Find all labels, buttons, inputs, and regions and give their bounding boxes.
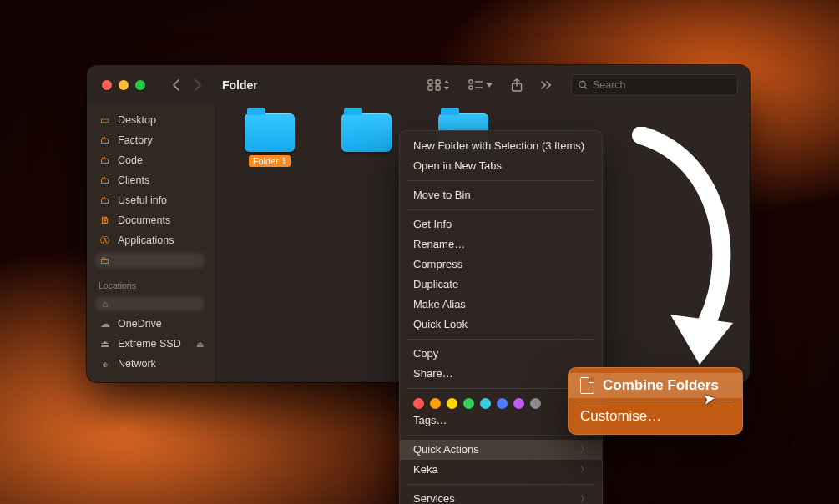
label: Keka [413,462,438,477]
sidebar-section-locations: Locations [94,280,209,294]
submenu-customise[interactable]: Customise… [569,404,742,429]
chevron-right-icon: 〉 [580,442,589,457]
toolbar-icons [427,78,551,92]
sidebar-location-onedrive[interactable]: ☁OneDrive [94,314,209,334]
desktop-icon: ▭ [99,114,111,126]
sidebar-item-desktop[interactable]: ▭Desktop [94,110,209,130]
sidebar-item-label: Desktop [118,114,156,126]
menu-rename[interactable]: Rename… [400,234,602,255]
svg-rect-0 [428,80,432,84]
svg-rect-1 [436,80,440,84]
svg-point-9 [579,81,585,87]
group-by-icon[interactable] [468,79,493,91]
sidebar-item-label: Factory [118,134,153,146]
nav-arrows [172,79,202,91]
menu-open-in-new-tabs[interactable]: Open in New Tabs [400,156,602,176]
maximize-button[interactable] [135,80,145,90]
cloud-icon: ☁ [99,318,111,330]
tag-orange[interactable] [430,398,441,409]
back-button[interactable] [172,79,179,91]
label: Customise… [580,408,661,425]
menu-make-alias[interactable]: Make Alias [400,295,602,315]
sidebar-item-documents[interactable]: 🗎Documents [94,210,209,230]
folder-icon: 🗀 [99,174,111,186]
tag-red[interactable] [413,398,424,409]
menu-keka[interactable]: Keka〉 [400,460,602,480]
search-icon [579,80,588,90]
drive-icon: ⏏ [99,338,111,350]
tag-blue[interactable] [497,398,508,409]
label: Combine Folders [603,377,719,394]
sidebar-item-label: Extreme SSD [118,338,181,350]
sidebar-item-label: Clients [118,174,149,186]
sidebar-item-applications[interactable]: ⒶApplications [94,230,209,250]
menu-copy[interactable]: Copy [400,344,602,364]
chevron-right-icon: 〉 [580,462,589,477]
window-title: Folder [222,78,258,92]
folder-item[interactable]: Folder 1 [243,113,296,167]
sidebar-item-label: hidden [118,255,149,266]
sidebar-item-factory[interactable]: 🗀Factory [94,130,209,150]
tag-gray[interactable] [530,398,541,409]
forward-button[interactable] [195,79,202,91]
document-icon: 🗎 [99,214,111,226]
menu-compress[interactable]: Compress [400,255,602,275]
tag-green[interactable] [463,398,474,409]
svg-rect-5 [469,86,473,89]
menu-separator [407,435,595,436]
tag-purple[interactable] [513,398,524,409]
close-button[interactable] [102,80,112,90]
search-input[interactable] [593,79,730,91]
laptop-icon: ⌂ [99,298,111,310]
traffic-lights [102,80,145,90]
folder-icon [341,113,392,152]
menu-quick-actions[interactable]: Quick Actions〉 [400,440,602,460]
sidebar-location-redacted[interactable]: ⌂hidden [94,294,209,314]
menu-separator [407,339,595,340]
menu-services[interactable]: Services〉 [400,489,602,504]
submenu-combine-folders[interactable]: Combine Folders [569,373,742,398]
menu-quick-look[interactable]: Quick Look [400,315,602,335]
context-menu: New Folder with Selection (3 Items) Open… [399,130,603,504]
folder-icon: 🗀 [99,194,111,206]
sidebar-item-label: hidden [118,298,149,310]
sidebar-item-code[interactable]: 🗀Code [94,150,209,170]
folder-icon: 🗀 [99,255,111,266]
folder-item[interactable] [340,113,393,167]
sidebar-item-clients[interactable]: 🗀Clients [94,170,209,190]
applications-icon: Ⓐ [99,234,111,247]
document-icon [580,377,594,394]
sidebar-item-label: Code [118,154,143,166]
chevron-right-icon: 〉 [580,491,589,504]
share-icon[interactable] [511,78,523,92]
minimize-button[interactable] [119,80,129,90]
folder-icon: 🗀 [99,134,111,146]
view-icon-grid[interactable] [427,79,450,91]
svg-line-10 [584,87,587,89]
menu-move-to-bin[interactable]: Move to Bin [400,185,602,205]
menu-get-info[interactable]: Get Info [400,214,602,234]
eject-icon[interactable]: ⏏ [196,340,204,349]
svg-rect-3 [436,86,440,90]
sidebar: ▭Desktop 🗀Factory 🗀Code 🗀Clients 🗀Useful… [87,105,216,382]
sidebar-item-label: Useful info [118,194,167,206]
tag-cyan[interactable] [480,398,491,409]
folder-icon: 🗀 [99,154,111,166]
search-field[interactable] [571,74,738,96]
menu-separator [407,209,595,210]
svg-rect-2 [428,86,432,90]
sidebar-location-network[interactable]: 🜨Network [94,354,209,374]
folder-icon [245,113,295,152]
sidebar-item-label: OneDrive [118,318,162,330]
menu-separator [407,180,595,181]
sidebar-item-label: Applications [118,234,174,246]
sidebar-location-extreme-ssd[interactable]: ⏏Extreme SSD⏏ [94,334,209,354]
menu-duplicate[interactable]: Duplicate [400,275,602,295]
sidebar-item-useful-info[interactable]: 🗀Useful info [94,190,209,210]
svg-rect-4 [469,80,473,83]
sidebar-item-redacted[interactable]: 🗀hidden [94,250,209,270]
sidebar-item-label: Documents [118,214,170,226]
overflow-icon[interactable] [541,81,551,89]
menu-new-folder-with-selection[interactable]: New Folder with Selection (3 Items) [400,136,602,156]
tag-yellow[interactable] [447,398,457,409]
